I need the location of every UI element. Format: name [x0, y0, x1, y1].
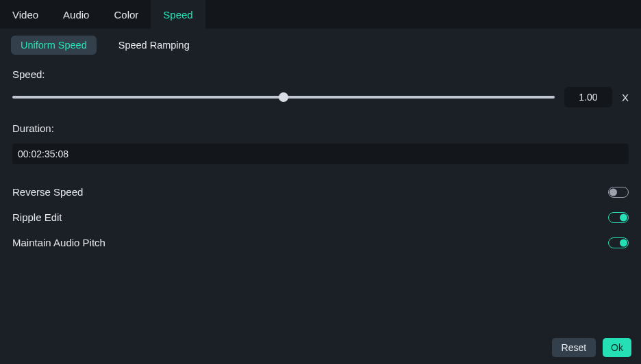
speed-panel: Speed: X Duration: Reverse Speed Ripple …	[0, 57, 641, 248]
tab-audio[interactable]: Audio	[51, 0, 101, 29]
ripple-edit-label: Ripple Edit	[12, 211, 62, 223]
toggle-knob	[620, 213, 627, 221]
maintain-pitch-toggle[interactable]	[608, 237, 629, 248]
sub-tab-speed-ramping[interactable]: Speed Ramping	[109, 36, 199, 55]
ripple-edit-toggle[interactable]	[608, 212, 629, 223]
tab-video[interactable]: Video	[0, 0, 51, 29]
reverse-speed-row: Reverse Speed	[12, 186, 629, 198]
sub-tabs: Uniform Speed Speed Ramping	[0, 29, 641, 57]
speed-suffix: X	[622, 92, 629, 103]
ok-button[interactable]: Ok	[603, 338, 631, 357]
speed-input[interactable]	[564, 87, 612, 107]
duration-label: Duration:	[12, 122, 54, 134]
maintain-pitch-label: Maintain Audio Pitch	[12, 237, 105, 248]
reset-button[interactable]: Reset	[552, 338, 596, 357]
reverse-speed-label: Reverse Speed	[12, 186, 83, 198]
ripple-edit-row: Ripple Edit	[12, 211, 629, 223]
speed-slider-thumb[interactable]	[279, 92, 288, 102]
sub-tab-uniform-speed[interactable]: Uniform Speed	[11, 36, 97, 55]
maintain-pitch-row: Maintain Audio Pitch	[12, 237, 629, 248]
tab-speed[interactable]: Speed	[151, 0, 205, 29]
speed-row: X	[12, 87, 629, 107]
tab-color[interactable]: Color	[101, 0, 151, 29]
footer: Reset Ok	[552, 338, 631, 357]
top-tabs: Video Audio Color Speed	[0, 0, 641, 29]
toggle-knob	[609, 188, 617, 196]
reverse-speed-toggle[interactable]	[608, 187, 629, 198]
duration-input[interactable]	[12, 144, 629, 164]
speed-slider[interactable]	[12, 90, 555, 104]
toggle-knob	[620, 239, 627, 246]
speed-label: Speed:	[12, 68, 45, 80]
